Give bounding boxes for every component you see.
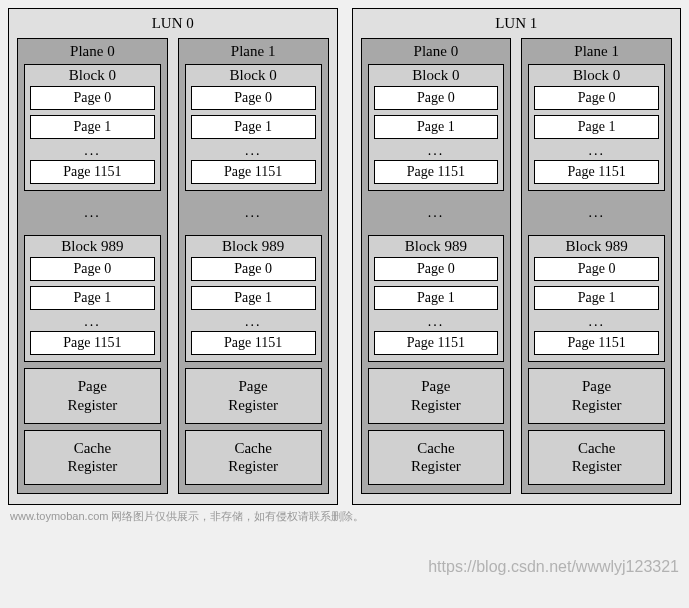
lun-1: LUN 1 Plane 0 Block 0 Page 0 Page 1 ... …: [352, 8, 682, 505]
page-cell: Page 1151: [534, 160, 659, 184]
page-cell: Page 1: [191, 286, 316, 310]
plane-title: Plane 0: [368, 41, 505, 64]
page-register: PageRegister: [185, 368, 322, 424]
ellipsis: ...: [191, 315, 316, 331]
block-989: Block 989 Page 0 Page 1 ... Page 1151: [24, 235, 161, 362]
page-cell: Page 1: [191, 115, 316, 139]
ellipsis: ...: [30, 144, 155, 160]
lun-0-plane-0: Plane 0 Block 0 Page 0 Page 1 ... Page 1…: [17, 38, 168, 494]
page-cell: Page 0: [191, 257, 316, 281]
block-title: Block 989: [534, 238, 659, 257]
ellipsis: ...: [374, 144, 499, 160]
block-0: Block 0 Page 0 Page 1 ... Page 1151: [24, 64, 161, 191]
nand-structure-diagram: LUN 0 Plane 0 Block 0 Page 0 Page 1 ... …: [8, 8, 681, 505]
page-register: PageRegister: [528, 368, 665, 424]
page-cell: Page 1: [534, 286, 659, 310]
ellipsis: ...: [30, 315, 155, 331]
block-title: Block 0: [191, 67, 316, 86]
lun-1-plane-0: Plane 0 Block 0 Page 0 Page 1 ... Page 1…: [361, 38, 512, 494]
page-cell: Page 1: [30, 286, 155, 310]
lun-0: LUN 0 Plane 0 Block 0 Page 0 Page 1 ... …: [8, 8, 338, 505]
page-cell: Page 0: [191, 86, 316, 110]
lun-1-plane-1: Plane 1 Block 0 Page 0 Page 1 ... Page 1…: [521, 38, 672, 494]
lun-0-title: LUN 0: [17, 13, 329, 38]
block-989: Block 989 Page 0 Page 1 ... Page 1151: [528, 235, 665, 362]
page-cell: Page 0: [374, 257, 499, 281]
ellipsis: ...: [534, 144, 659, 160]
block-0: Block 0 Page 0 Page 1 ... Page 1151: [528, 64, 665, 191]
cache-register: CacheRegister: [24, 430, 161, 486]
page-register: PageRegister: [368, 368, 505, 424]
block-title: Block 989: [374, 238, 499, 257]
page-cell: Page 1151: [30, 331, 155, 355]
page-cell: Page 1: [30, 115, 155, 139]
cache-register: CacheRegister: [185, 430, 322, 486]
cache-register: CacheRegister: [528, 430, 665, 486]
page-cell: Page 1151: [30, 160, 155, 184]
ellipsis: ...: [191, 144, 316, 160]
block-989: Block 989 Page 0 Page 1 ... Page 1151: [185, 235, 322, 362]
ellipsis: ...: [24, 195, 161, 235]
page-cell: Page 0: [30, 86, 155, 110]
block-989: Block 989 Page 0 Page 1 ... Page 1151: [368, 235, 505, 362]
block-title: Block 989: [30, 238, 155, 257]
cache-register: CacheRegister: [368, 430, 505, 486]
page-cell: Page 0: [534, 86, 659, 110]
block-title: Block 0: [374, 67, 499, 86]
ellipsis: ...: [534, 315, 659, 331]
plane-title: Plane 0: [24, 41, 161, 64]
ellipsis: ...: [528, 195, 665, 235]
page-cell: Page 1151: [374, 160, 499, 184]
watermark-footer: www.toymoban.com 网络图片仅供展示，非存储，如有侵权请联系删除。: [8, 505, 681, 524]
page-cell: Page 1151: [534, 331, 659, 355]
block-title: Block 0: [534, 67, 659, 86]
ellipsis: ...: [374, 315, 499, 331]
block-title: Block 989: [191, 238, 316, 257]
page-register: PageRegister: [24, 368, 161, 424]
lun-1-planes: Plane 0 Block 0 Page 0 Page 1 ... Page 1…: [361, 38, 673, 494]
block-title: Block 0: [30, 67, 155, 86]
ellipsis: ...: [368, 195, 505, 235]
page-cell: Page 0: [374, 86, 499, 110]
block-0: Block 0 Page 0 Page 1 ... Page 1151: [185, 64, 322, 191]
lun-0-plane-1: Plane 1 Block 0 Page 0 Page 1 ... Page 1…: [178, 38, 329, 494]
plane-title: Plane 1: [185, 41, 322, 64]
page-cell: Page 1151: [191, 331, 316, 355]
page-cell: Page 1: [534, 115, 659, 139]
lun-0-planes: Plane 0 Block 0 Page 0 Page 1 ... Page 1…: [17, 38, 329, 494]
block-0: Block 0 Page 0 Page 1 ... Page 1151: [368, 64, 505, 191]
page-cell: Page 1151: [374, 331, 499, 355]
page-cell: Page 1: [374, 115, 499, 139]
page-cell: Page 1151: [191, 160, 316, 184]
page-cell: Page 1: [374, 286, 499, 310]
page-cell: Page 0: [30, 257, 155, 281]
lun-1-title: LUN 1: [361, 13, 673, 38]
plane-title: Plane 1: [528, 41, 665, 64]
ellipsis: ...: [185, 195, 322, 235]
page-cell: Page 0: [534, 257, 659, 281]
